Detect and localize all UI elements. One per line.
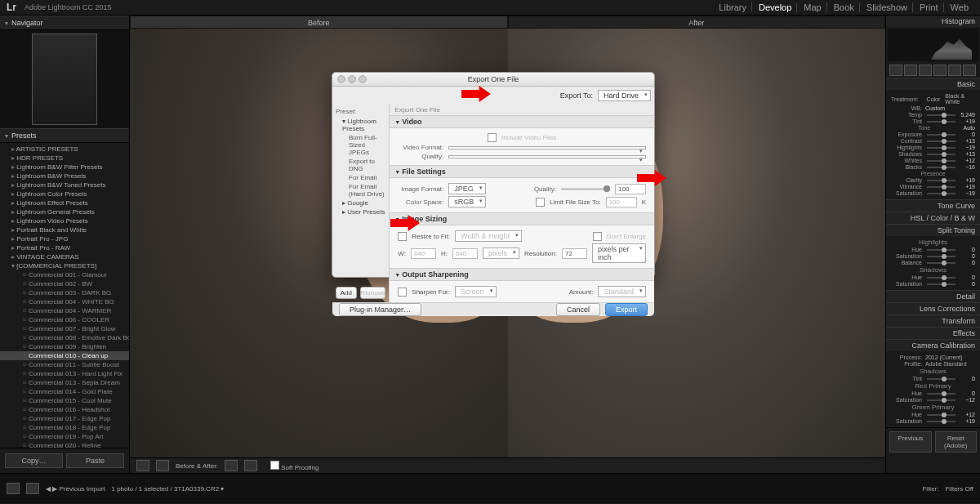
crop-tool-icon[interactable] bbox=[889, 65, 902, 76]
include-video-checkbox[interactable] bbox=[488, 133, 497, 142]
preset-item[interactable]: Commercial 018 - Edge Pop bbox=[0, 423, 129, 432]
tree-user[interactable]: ▸ User Presets bbox=[336, 207, 385, 216]
compare-icon[interactable] bbox=[156, 460, 169, 471]
tree-email[interactable]: For Email bbox=[336, 173, 385, 182]
histogram-header[interactable]: Histogram bbox=[886, 16, 980, 27]
calibration-header[interactable]: Camera Calibration bbox=[886, 340, 980, 351]
file-settings-section[interactable]: File Settings bbox=[390, 166, 654, 178]
preset-item[interactable]: Commercial 008 - Emotive Dark BG bbox=[0, 333, 129, 342]
split-hl-hue-slider[interactable] bbox=[927, 249, 956, 251]
export-to-dropdown[interactable]: Hard Drive bbox=[598, 90, 651, 101]
second-monitor-icon[interactable] bbox=[26, 483, 39, 494]
process-dropdown[interactable]: 2012 (Current) bbox=[925, 355, 963, 360]
minimize-icon[interactable] bbox=[348, 75, 356, 83]
preset-folder[interactable]: Portrait Black and White bbox=[0, 225, 129, 234]
preset-item[interactable]: Commercial 014 - Gold Plate bbox=[0, 387, 129, 396]
tonecurve-header[interactable]: Tone Curve bbox=[886, 200, 980, 212]
sharpen-checkbox[interactable] bbox=[398, 288, 407, 297]
resize-dropdown[interactable]: Width & Height bbox=[455, 230, 522, 242]
preset-folder[interactable]: Lightroom B&W Presets bbox=[0, 172, 129, 181]
preset-item[interactable]: Commercial 006 - COOLER bbox=[0, 315, 129, 324]
split-balance-slider[interactable] bbox=[927, 262, 956, 264]
grid-icon[interactable] bbox=[7, 483, 20, 494]
preset-folder[interactable]: Portrait Pro - RAW bbox=[0, 243, 129, 252]
photo-count[interactable]: 1 photo / 1 selected / 3T1A0339.CR2 ▾ bbox=[111, 485, 224, 493]
zoom-icon[interactable] bbox=[359, 75, 367, 83]
remove-preset-button[interactable]: Remove bbox=[360, 287, 386, 299]
resize-checkbox[interactable] bbox=[398, 232, 407, 241]
video-section[interactable]: Video bbox=[390, 116, 654, 128]
basic-slider[interactable] bbox=[927, 154, 956, 155]
preset-folder[interactable]: Lightroom Video Presets bbox=[0, 216, 129, 225]
cal-green-sat-slider[interactable] bbox=[927, 421, 956, 422]
add-preset-button[interactable]: Add bbox=[336, 287, 357, 299]
resolution-input[interactable]: 72 bbox=[562, 248, 587, 259]
preset-folder[interactable]: ARTISTIC PRESETS bbox=[0, 145, 129, 154]
effects-header[interactable]: Effects bbox=[886, 328, 980, 339]
profile-dropdown[interactable]: Adobe Standard bbox=[925, 361, 967, 367]
nav-slideshow[interactable]: Slideshow bbox=[862, 2, 913, 12]
preset-folder[interactable]: Lightroom Effect Presets bbox=[0, 198, 129, 207]
preset-folder[interactable]: [COMMERCIAL PRESETS] bbox=[0, 261, 129, 270]
cal-red-sat-slider[interactable] bbox=[927, 399, 956, 401]
split-sh-sat-slider[interactable] bbox=[927, 283, 956, 285]
tree-emailhd[interactable]: For Email (Hard Drive) bbox=[336, 182, 385, 198]
basic-slider[interactable] bbox=[927, 167, 956, 168]
preset-item[interactable]: Commercial 011 - Subtle Boost bbox=[0, 360, 129, 369]
filters-off[interactable]: Filters Off bbox=[945, 485, 973, 493]
nav-develop[interactable]: Develop bbox=[754, 2, 797, 12]
preset-item[interactable]: Commercial 010 - Clean up bbox=[0, 351, 129, 360]
tree-lightroom[interactable]: ▾ Lightroom Presets bbox=[336, 117, 385, 133]
split-hl-sat-slider[interactable] bbox=[927, 256, 956, 257]
loupe-icon[interactable] bbox=[136, 460, 149, 471]
limit-size-checkbox[interactable] bbox=[536, 198, 545, 207]
cancel-button[interactable]: Cancel bbox=[556, 303, 600, 316]
preset-folder[interactable]: HDR PRESETS bbox=[0, 154, 129, 163]
nav-book[interactable]: Book bbox=[829, 2, 860, 12]
basic-slider[interactable] bbox=[927, 114, 956, 116]
preset-item[interactable]: Commercial 013 - Hard Light Fix bbox=[0, 369, 129, 378]
presets-header[interactable]: ▾Presets bbox=[0, 128, 129, 143]
breadcrumb[interactable]: ◀ ▶ Previous Import bbox=[46, 485, 105, 493]
basic-slider[interactable] bbox=[927, 160, 956, 162]
split-header[interactable]: Split Toning bbox=[886, 225, 980, 236]
basic-slider[interactable] bbox=[927, 180, 956, 181]
tree-google[interactable]: ▸ Google bbox=[336, 198, 385, 207]
cal-red-hue-slider[interactable] bbox=[927, 393, 956, 395]
preset-folder[interactable]: Lightroom General Presets bbox=[0, 207, 129, 216]
copy-button[interactable]: Copy… bbox=[5, 453, 63, 468]
radial-tool-icon[interactable] bbox=[948, 65, 961, 76]
cal-green-hue-slider[interactable] bbox=[927, 414, 956, 416]
preset-item[interactable]: Commercial 002 - BW bbox=[0, 279, 129, 288]
brush-tool-icon[interactable] bbox=[963, 65, 976, 76]
preset-item[interactable]: Commercial 019 - Pop Art bbox=[0, 432, 129, 441]
ba-mode-icon[interactable] bbox=[225, 460, 238, 471]
quality-slider[interactable] bbox=[561, 188, 610, 190]
preset-item[interactable]: Commercial 004 - WARMER bbox=[0, 306, 129, 315]
preset-item[interactable]: Commercial 020 - Refine bbox=[0, 441, 129, 448]
nav-map[interactable]: Map bbox=[799, 2, 826, 12]
split-sh-hue-slider[interactable] bbox=[927, 277, 956, 279]
preset-folder[interactable]: Lightroom Color Presets bbox=[0, 190, 129, 198]
tree-burn[interactable]: Burn Full-Sized JPEGs bbox=[336, 133, 385, 157]
preset-item[interactable]: Commercial 003 - DARK BG bbox=[0, 288, 129, 297]
output-sharpening-section[interactable]: Output Sharpening bbox=[390, 269, 654, 281]
histogram[interactable] bbox=[888, 29, 978, 61]
export-button[interactable]: Export bbox=[605, 303, 648, 316]
gradient-tool-icon[interactable] bbox=[933, 65, 947, 76]
basic-slider[interactable] bbox=[927, 134, 956, 136]
cal-tint-slider[interactable] bbox=[927, 378, 956, 380]
redeye-tool-icon[interactable] bbox=[919, 65, 932, 76]
tree-dng[interactable]: Export to DNG bbox=[336, 157, 385, 173]
nav-library[interactable]: Library bbox=[714, 2, 752, 12]
basic-slider[interactable] bbox=[927, 186, 956, 188]
basic-header[interactable]: Basic bbox=[886, 78, 980, 90]
unit-dropdown[interactable]: pixels bbox=[483, 248, 519, 259]
preset-item[interactable]: Commercial 001 - Glamour bbox=[0, 270, 129, 279]
wb-dropdown[interactable]: Custom bbox=[925, 105, 945, 111]
swap-icon[interactable] bbox=[244, 460, 257, 471]
preset-item[interactable]: Commercial 013 - Sepia Dream bbox=[0, 378, 129, 387]
preset-item[interactable]: Commercial 004 - WHITE BG bbox=[0, 297, 129, 306]
quality-input[interactable]: 100 bbox=[615, 184, 646, 194]
basic-slider[interactable] bbox=[927, 121, 956, 123]
